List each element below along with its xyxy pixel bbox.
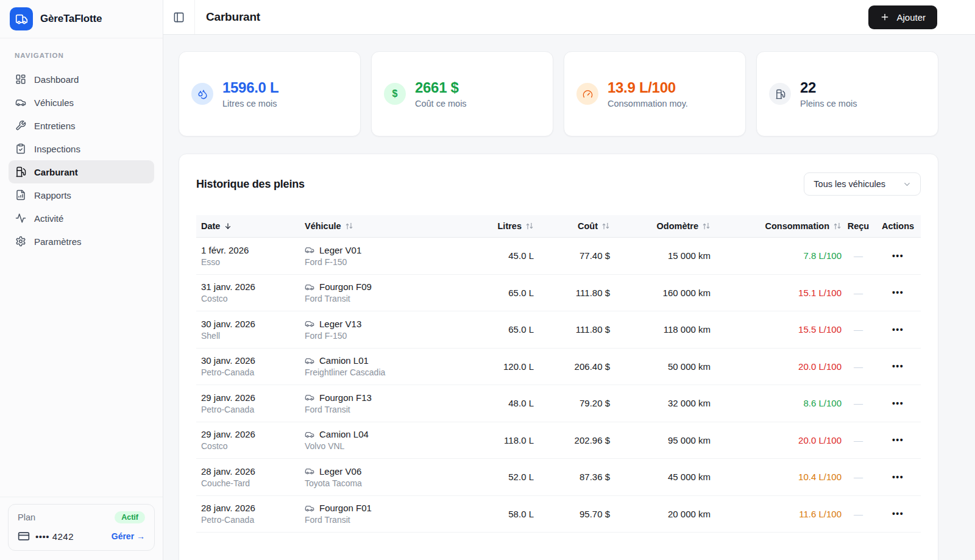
actions-cell: ••• — [875, 250, 921, 261]
dollar-icon: $ — [384, 83, 406, 105]
car-icon — [305, 245, 314, 255]
car-icon — [15, 97, 26, 108]
table-row: 31 janv. 2026Costco Fourgon F09Ford Tran… — [196, 275, 921, 312]
fillup-date: 28 janv. 2026 — [201, 466, 300, 477]
odometer-value: 95 000 km — [610, 435, 711, 445]
odometer-value: 160 000 km — [610, 288, 711, 298]
sidebar-item-dashboard[interactable]: Dashboard — [9, 68, 154, 91]
stat-value: 2661 $ — [415, 79, 467, 96]
row-actions-button[interactable]: ••• — [892, 288, 904, 297]
sidebar-item-vehicules[interactable]: Véhicules — [9, 91, 154, 114]
litres-value: 65.0 L — [489, 288, 534, 298]
car-icon — [305, 466, 314, 476]
table-row: 1 févr. 2026Esso Leger V01Ford F-15045.0… — [196, 238, 921, 275]
wrench-icon — [15, 120, 26, 131]
consumption-value: 11.6 L/100 — [711, 509, 842, 519]
actions-cell: ••• — [875, 508, 921, 519]
vehicle-cell: Fourgon F13Ford Transit — [300, 392, 489, 414]
row-actions-button[interactable]: ••• — [892, 399, 904, 408]
sidebar-item-activite[interactable]: Activité — [9, 207, 154, 230]
vehicle-model: Ford Transit — [305, 515, 489, 525]
row-actions-button[interactable]: ••• — [892, 435, 904, 445]
sidebar-item-parametres[interactable]: Paramètres — [9, 230, 154, 253]
manage-plan-link[interactable]: Gérer → — [112, 531, 145, 541]
column-header-recu: Reçu — [842, 221, 875, 231]
column-header-vehicule[interactable]: Véhicule — [300, 221, 489, 231]
fillup-station: Petro-Canada — [201, 515, 300, 525]
fillup-date: 30 janv. 2026 — [201, 355, 300, 366]
fillup-station: Petro-Canada — [201, 367, 300, 377]
sidebar-item-carburant[interactable]: Carburant — [9, 160, 154, 183]
car-icon — [305, 430, 314, 439]
date-cell: 30 janv. 2026Petro-Canada — [196, 355, 300, 377]
vehicle-name: Camion L01 — [319, 355, 369, 366]
fillup-date: 1 févr. 2026 — [201, 245, 300, 255]
sidebar-item-inspections[interactable]: Inspections — [9, 137, 154, 160]
sidebar-toggle-button[interactable] — [173, 12, 185, 23]
column-header-odometre[interactable]: Odomètre — [610, 221, 711, 231]
stat-value: 13.9 L/100 — [608, 79, 688, 96]
nav-section-label: NAVIGATION — [15, 52, 148, 59]
date-cell: 1 févr. 2026Esso — [196, 245, 300, 267]
sort-icon — [601, 222, 610, 230]
stat-label: Consommation moy. — [608, 99, 688, 108]
fillup-station: Petro-Canada — [201, 405, 300, 414]
row-actions-button[interactable]: ••• — [892, 361, 904, 371]
fuel-history-card: Historique des pleins Tous les véhicules… — [179, 154, 938, 560]
column-header-cout[interactable]: Coût — [534, 221, 610, 231]
sort-icon — [833, 222, 842, 230]
row-actions-button[interactable]: ••• — [892, 325, 904, 335]
vehicle-name: Leger V06 — [319, 466, 361, 477]
table-row: 28 janv. 2026Couche-Tard Leger V06Toyota… — [196, 459, 921, 496]
vehicle-name: Fourgon F13 — [319, 392, 372, 403]
actions-cell: ••• — [875, 361, 921, 372]
vehicle-model: Freightliner Cascadia — [305, 367, 489, 377]
sidebar-item-label: Véhicules — [34, 97, 74, 108]
stat-value: 1596.0 L — [222, 79, 278, 96]
actions-cell: ••• — [875, 398, 921, 409]
brand-header: GèreTaFlotte — [0, 0, 163, 38]
odometer-value: 32 000 km — [610, 398, 711, 408]
row-actions-button[interactable]: ••• — [892, 251, 904, 261]
stats-row: 1596.0 L Litres ce mois $ 2661 $ Coût ce… — [179, 51, 938, 136]
column-header-consommation[interactable]: Consommation — [711, 221, 842, 231]
vehicle-model: Ford Transit — [305, 405, 489, 414]
vehicle-cell: Leger V06Toyota Tacoma — [300, 466, 489, 488]
clipboard-check-icon — [15, 143, 26, 154]
column-header-date[interactable]: Date — [196, 221, 300, 231]
date-cell: 30 janv. 2026Shell — [196, 319, 300, 341]
vehicle-name: Fourgon F01 — [319, 503, 372, 513]
fuel-table: Date Véhicule Litres Coût — [179, 215, 938, 533]
sidebar-item-label: Carburant — [34, 167, 78, 177]
content: 1596.0 L Litres ce mois $ 2661 $ Coût ce… — [163, 35, 975, 560]
cost-value: 87.36 $ — [534, 472, 610, 482]
column-header-litres[interactable]: Litres — [489, 221, 534, 231]
fillup-date: 29 janv. 2026 — [201, 429, 300, 439]
sidebar-item-entretiens[interactable]: Entretiens — [9, 114, 154, 137]
actions-cell: ••• — [875, 434, 921, 445]
add-fillup-button[interactable]: Ajouter — [868, 5, 937, 29]
sidebar-item-rapports[interactable]: Rapports — [9, 183, 154, 207]
vehicle-name: Leger V13 — [319, 319, 361, 329]
cost-value: 111.80 $ — [534, 324, 610, 335]
row-actions-button[interactable]: ••• — [892, 472, 904, 482]
litres-value: 120.0 L — [489, 361, 534, 372]
cost-value: 95.70 $ — [534, 509, 610, 519]
row-actions-button[interactable]: ••• — [892, 509, 904, 519]
sidebar-nav: NAVIGATION Dashboard Véhicules Entretien… — [0, 38, 163, 497]
vehicle-model: Ford F-150 — [305, 331, 489, 341]
brand-name: GèreTaFlotte — [40, 13, 102, 25]
litres-value: 52.0 L — [489, 472, 534, 482]
receipt-empty: — — [842, 435, 875, 445]
car-icon — [305, 503, 314, 513]
receipt-empty: — — [842, 509, 875, 519]
panel-left-icon — [173, 12, 185, 23]
odometer-value: 50 000 km — [610, 361, 711, 372]
receipt-empty: — — [842, 288, 875, 298]
fillup-date: 28 janv. 2026 — [201, 503, 300, 513]
actions-cell: ••• — [875, 324, 921, 335]
car-icon — [305, 282, 314, 292]
vehicle-filter-select[interactable]: Tous les véhicules — [804, 172, 921, 196]
consumption-value: 20.0 L/100 — [711, 361, 842, 372]
sort-desc-icon — [224, 222, 232, 230]
